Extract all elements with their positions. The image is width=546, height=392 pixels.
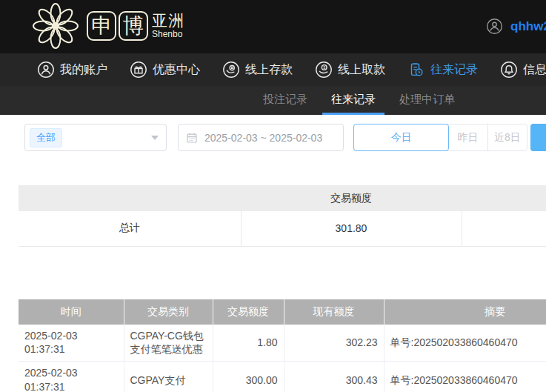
nav-item-messages[interactable]: 信息 bbox=[500, 61, 546, 79]
deposit-icon bbox=[222, 61, 240, 79]
summary-total-row: 总计 301.80 bbox=[19, 211, 546, 246]
main-nav: 我的账户 优惠中心 线上存款 $ 线上取款 bbox=[0, 53, 546, 86]
selected-type-tag[interactable]: 全部 bbox=[30, 128, 62, 147]
top-header: 申 博 亚洲 Shenbo qhhw2 bbox=[0, 0, 546, 53]
chevron-down-icon bbox=[151, 136, 159, 140]
nav-label: 信息 bbox=[523, 62, 546, 78]
calendar-icon bbox=[186, 132, 198, 144]
nav-item-online-deposit[interactable]: 线上存款 bbox=[222, 61, 293, 79]
logo-region: 亚洲 bbox=[152, 13, 184, 29]
col-header-summary: 摘要 bbox=[384, 299, 546, 325]
gift-icon bbox=[130, 61, 147, 79]
date-range-value: 2025-02-03 ~ 2025-02-03 bbox=[204, 132, 322, 144]
logo-text: 亚洲 Shenbo bbox=[152, 13, 184, 39]
summary-total-label: 总计 bbox=[19, 211, 241, 246]
cell-type: CGPAY-CG钱包支付笔笔送优惠 bbox=[124, 325, 213, 362]
summary-header-amount: 交易额度 bbox=[241, 185, 462, 211]
last-8-days-button[interactable]: 近8日 bbox=[488, 124, 527, 150]
user-avatar-icon bbox=[486, 18, 503, 35]
withdraw-icon: $ bbox=[315, 61, 333, 79]
summary-header-spacer bbox=[19, 185, 241, 211]
transactions-table: 时间 交易类别 交易额度 现有额度 摘要 2025-02-03 01:37:31… bbox=[19, 299, 546, 392]
summary-empty-cell bbox=[462, 211, 546, 246]
cell-summary: 单号:202502033860460470 bbox=[384, 325, 546, 362]
tab-pending-orders[interactable]: 处理中订单 bbox=[390, 86, 464, 115]
nav-item-transaction-records[interactable]: 往来记录 bbox=[407, 61, 478, 79]
nav-item-online-withdraw[interactable]: $ 线上取款 bbox=[315, 61, 385, 79]
nav-label: 往来记录 bbox=[430, 62, 478, 78]
nav-item-promotions[interactable]: 优惠中心 bbox=[130, 61, 200, 79]
nav-label: 我的账户 bbox=[60, 62, 107, 78]
nav-item-my-account[interactable]: 我的账户 bbox=[37, 61, 107, 79]
col-header-time: 时间 bbox=[19, 299, 124, 325]
summary-total-amount: 301.80 bbox=[241, 211, 462, 246]
cell-amount: 300.00 bbox=[213, 362, 284, 392]
nav-label: 线上存款 bbox=[245, 62, 293, 78]
record-tabs: 投注记录 往来记录 处理中订单 bbox=[0, 86, 546, 115]
cell-balance: 302.23 bbox=[284, 325, 384, 362]
date-range-input[interactable]: 2025-02-03 ~ 2025-02-03 bbox=[178, 124, 344, 151]
cell-amount: 1.80 bbox=[213, 325, 284, 362]
search-button[interactable] bbox=[530, 124, 546, 151]
cell-time: 2025-02-03 01:37:31 bbox=[19, 325, 124, 362]
logo-char-bo: 博 bbox=[119, 11, 148, 41]
type-select[interactable]: 全部 bbox=[24, 124, 167, 151]
cell-time: 2025-02-03 01:37:31 bbox=[19, 362, 124, 392]
lotus-flower-icon bbox=[28, 1, 83, 50]
records-icon bbox=[407, 61, 425, 79]
col-header-balance: 现有额度 bbox=[284, 299, 384, 325]
summary-table: 交易额度 总计 301.80 bbox=[19, 185, 546, 247]
tab-betting-records[interactable]: 投注记录 bbox=[254, 86, 316, 115]
nav-label: 优惠中心 bbox=[153, 62, 200, 78]
yesterday-button[interactable]: 昨日 bbox=[448, 124, 487, 150]
quick-range-group: 今日 昨日 近8日 bbox=[353, 124, 527, 151]
col-header-type: 交易类别 bbox=[124, 299, 213, 325]
cell-type: CGPAY支付 bbox=[124, 362, 213, 392]
bell-icon bbox=[500, 61, 518, 79]
table-row: 2025-02-03 01:37:31 CGPAY支付 300.00 300.4… bbox=[19, 362, 546, 392]
summary-header-row: 交易额度 bbox=[19, 185, 546, 211]
logo-char-shen: 申 bbox=[87, 11, 116, 41]
summary-header-spacer bbox=[462, 185, 546, 211]
table-row: 2025-02-03 01:37:31 CGPAY-CG钱包支付笔笔送优惠 1.… bbox=[19, 325, 546, 362]
summary-table-container: 交易额度 总计 301.80 bbox=[19, 185, 546, 247]
brand-logo: 申 博 亚洲 Shenbo bbox=[28, 1, 184, 50]
nav-label: 线上取款 bbox=[338, 62, 385, 78]
transactions-table-container: 时间 交易类别 交易额度 现有额度 摘要 2025-02-03 01:37:31… bbox=[19, 299, 546, 392]
cell-balance: 300.43 bbox=[284, 362, 384, 392]
col-header-amount: 交易额度 bbox=[213, 299, 284, 325]
transactions-header-row: 时间 交易类别 交易额度 现有额度 摘要 bbox=[19, 299, 546, 325]
tab-transaction-records[interactable]: 往来记录 bbox=[322, 86, 384, 115]
cell-summary: 单号:202502033860460470 bbox=[384, 362, 546, 392]
username-label[interactable]: qhhw2 bbox=[510, 19, 546, 34]
user-account[interactable]: qhhw2 bbox=[486, 18, 546, 35]
today-button[interactable]: 今日 bbox=[353, 124, 449, 151]
user-icon bbox=[37, 61, 55, 79]
logo-brand-en: Shenbo bbox=[152, 29, 184, 39]
filter-bar: 全部 2025-02-03 ~ 2025-02-03 今日 昨日 近8日 bbox=[24, 124, 546, 151]
